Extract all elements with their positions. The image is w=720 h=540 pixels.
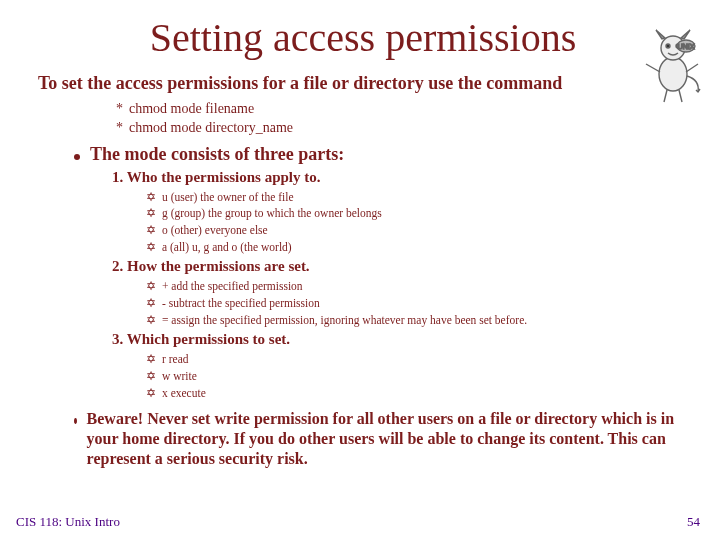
command-text: chmod mode filename: [129, 101, 254, 116]
page-number: 54: [687, 514, 700, 530]
mode-heading: The mode consists of three parts:: [90, 144, 344, 165]
item-text: g (group) the group to which the owner b…: [162, 207, 382, 219]
star-of-david-icon: ✡: [146, 241, 156, 253]
star-of-david-icon: ✡: [146, 387, 156, 399]
item-text: w write: [162, 370, 197, 382]
command-list: *chmod mode filename *chmod mode directo…: [38, 100, 688, 138]
section-3-items: ✡r read ✡w write ✡x execute: [38, 351, 688, 401]
star-of-david-icon: ✡: [146, 191, 156, 203]
star-icon: *: [116, 101, 123, 116]
bullet-icon: [74, 418, 77, 424]
item-text: u (user) the owner of the file: [162, 191, 294, 203]
devil-mascot-icon: UNIX: [640, 26, 706, 104]
item-text: + add the specified permission: [162, 280, 303, 292]
star-of-david-icon: ✡: [146, 314, 156, 326]
item-text: o (other) everyone else: [162, 224, 268, 236]
section-1-heading: 1. Who the permissions apply to.: [38, 169, 688, 186]
section-2-heading: 2. How the permissions are set.: [38, 258, 688, 275]
mode-heading-row: The mode consists of three parts:: [38, 144, 688, 165]
item-text: = assign the specified permission, ignor…: [162, 314, 527, 326]
item-text: x execute: [162, 387, 206, 399]
beware-text: Beware! Never set write permission for a…: [87, 409, 688, 470]
footer-left: CIS 118: Unix Intro: [16, 514, 120, 530]
star-of-david-icon: ✡: [146, 297, 156, 309]
star-of-david-icon: ✡: [146, 207, 156, 219]
star-icon: *: [116, 120, 123, 135]
bullet-icon: [74, 154, 80, 160]
item-text: - subtract the specified permission: [162, 297, 320, 309]
section-3-heading: 3. Which permissions to set.: [38, 331, 688, 348]
star-of-david-icon: ✡: [146, 353, 156, 365]
section-2-items: ✡+ add the specified permission ✡- subtr…: [38, 278, 688, 328]
star-of-david-icon: ✡: [146, 370, 156, 382]
slide-subtitle: To set the access permissions for a file…: [38, 73, 688, 94]
section-1-items: ✡u (user) the owner of the file ✡g (grou…: [38, 189, 688, 256]
star-of-david-icon: ✡: [146, 224, 156, 236]
svg-point-0: [659, 57, 687, 91]
svg-text:UNIX: UNIX: [678, 43, 695, 50]
star-of-david-icon: ✡: [146, 280, 156, 292]
beware-row: Beware! Never set write permission for a…: [38, 408, 688, 470]
item-text: a (all) u, g and o (the world): [162, 241, 292, 253]
command-text: chmod mode directory_name: [129, 120, 293, 135]
item-text: r read: [162, 353, 189, 365]
svg-point-2: [666, 44, 670, 48]
slide-title: Setting access permissions: [38, 14, 688, 61]
footer: CIS 118: Unix Intro 54: [16, 514, 700, 530]
